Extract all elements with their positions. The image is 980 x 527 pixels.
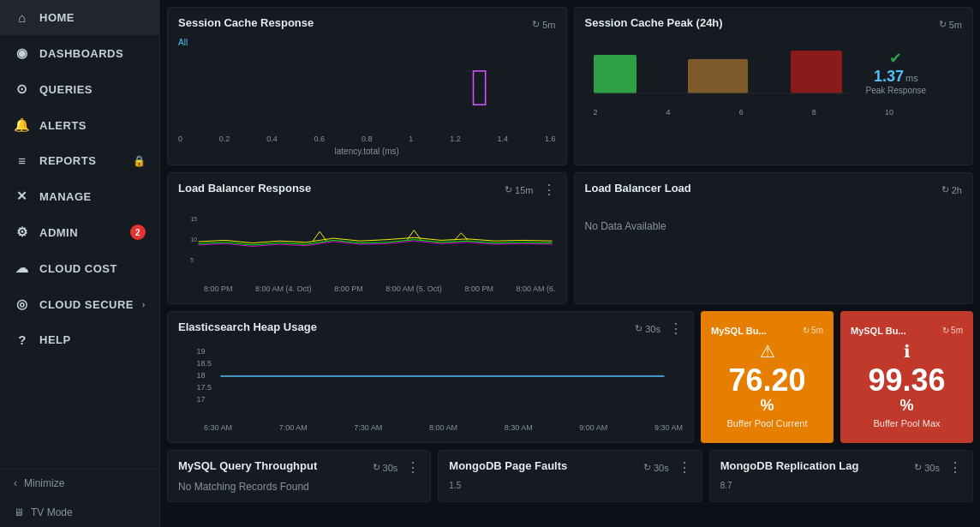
mysql-orange-value: 76.20 <box>728 363 805 398</box>
mongodb-faults-menu-icon[interactable]: ⋮ <box>678 459 691 476</box>
session-cache-svg <box>178 49 556 130</box>
tvmode-label: TV Mode <box>31 506 73 518</box>
mongodb-replication-refresh-icon: ↻ <box>914 462 922 473</box>
peak-unit: ms <box>905 73 918 83</box>
mysql-orange-title: MySQL Bu... <box>711 326 767 336</box>
sidebar-label-cloud-cost: CLOUD COST <box>39 262 117 275</box>
sidebar-label-queries: QUERIES <box>39 83 93 96</box>
sidebar-label-reports: REPORTS <box>39 154 96 167</box>
sidebar-label-dashboards: DASHBOARDS <box>39 47 123 60</box>
sidebar-item-home[interactable]: ⌂ HOME <box>0 0 159 35</box>
tvmode-button[interactable]: 🖥 TV Mode <box>0 498 159 527</box>
mongodb-faults-refresh: ↻ 30s <box>643 462 669 473</box>
session-cache-chart: All 0 0.2 0.4 0.6 0.8 1 1.2 1.4 1.6 <box>178 38 556 156</box>
mysql-query-refresh: ↻ 30s <box>373 462 398 473</box>
sidebar-label-cloud-secure: CLOUD SECURE <box>39 298 134 311</box>
peak-value: 1.37 <box>874 68 904 86</box>
lb-refresh: ↻ 15m <box>505 184 533 195</box>
help-icon: ? <box>14 332 31 347</box>
queries-icon: ⊙ <box>14 81 31 97</box>
mysql-orange-refresh-icon: ↻ <box>803 326 810 335</box>
peak-svg <box>585 38 859 106</box>
es-controls: ↻ 30s ⋮ <box>635 320 683 337</box>
lock-icon: 🔒 <box>133 155 146 167</box>
es-svg: 19 18.5 18 17.5 17 <box>178 342 683 419</box>
svg-text:15: 15 <box>190 216 197 222</box>
mongodb-replication-panel: MongoDB Replication Lag ↻ 30s ⋮ 8.7 <box>709 450 973 502</box>
mysql-red-value-row: 99.36 <box>868 363 945 398</box>
mysql-query-no-data: No Matching Records Found <box>178 481 420 493</box>
session-cache-x-axis: 0 0.2 0.4 0.6 0.8 1 1.2 1.4 1.6 <box>178 133 556 145</box>
lb-load-title: Load Balancer Load <box>585 182 691 195</box>
mongodb-replication-menu-icon[interactable]: ⋮ <box>948 459 962 476</box>
svg-text:18.5: 18.5 <box>197 359 212 368</box>
peak-check-icon: ✔ <box>889 49 902 68</box>
cloud-cost-icon: ☁ <box>14 261 31 276</box>
mysql-red-error-icon: ℹ <box>904 341 911 362</box>
mysql-red-value: 99.36 <box>868 363 945 398</box>
es-chart: 19 18.5 18 17.5 17 6:30 AM 7:00 AM <box>178 342 683 434</box>
session-cache-refresh: ↻ 5m <box>532 19 555 30</box>
es-menu-icon[interactable]: ⋮ <box>669 320 683 337</box>
mysql-orange-warn-icon: ⚠ <box>760 341 775 362</box>
svg-text:17.5: 17.5 <box>197 383 212 392</box>
mysql-red-unit: % <box>899 397 913 415</box>
admin-badge: 2 <box>130 225 146 240</box>
home-icon: ⌂ <box>14 10 31 25</box>
sidebar: ⌂ HOME ◉ DASHBOARDS ⊙ QUERIES 🔔 ALERTS ≡… <box>0 0 160 527</box>
svg-text:18: 18 <box>197 371 206 380</box>
sidebar-label-home: HOME <box>39 11 75 24</box>
lb-chart: 15 10 5 8:00 PM 8:00 AM (4. Oct) 8:00 <box>178 203 556 295</box>
es-title: Elasticsearch Heap Usage <box>178 320 317 333</box>
session-cache-peak-refresh: ↻ 5m <box>939 19 962 30</box>
reports-icon: ≡ <box>14 153 31 168</box>
tv-icon: 🖥 <box>14 506 24 518</box>
lb-menu-icon[interactable]: ⋮ <box>542 182 556 198</box>
svg-rect-4 <box>474 71 486 105</box>
sidebar-item-cloud-cost[interactable]: ☁ CLOUD COST <box>0 250 159 286</box>
sidebar-item-alerts[interactable]: 🔔 ALERTS <box>0 107 159 143</box>
peak-value-area: ✔ 1.37 ms Peak Response <box>866 49 927 95</box>
minimize-label: Minimize <box>24 477 64 489</box>
sidebar-item-dashboards[interactable]: ◉ DASHBOARDS <box>0 35 159 71</box>
session-cache-title: Session Cache Response <box>178 16 314 29</box>
svg-text:17: 17 <box>197 395 206 404</box>
mongodb-replication-title: MongoDB Replication Lag <box>720 459 859 472</box>
svg-rect-6 <box>688 59 748 93</box>
mysql-orange-refresh: ↻ 5m <box>803 326 823 335</box>
session-cache-response-panel: Session Cache Response ↻ 5m All 0 0.2 0.… <box>167 7 567 165</box>
lb-load-refresh-icon: ↻ <box>941 184 949 195</box>
es-refresh: ↻ 30s <box>635 323 660 334</box>
admin-icon: ⚙ <box>14 225 31 240</box>
sidebar-label-manage: MANAGE <box>39 190 92 203</box>
sidebar-item-admin[interactable]: ⚙ ADMIN 2 <box>0 214 159 250</box>
load-balancer-response-panel: Load Balancer Response ↻ 15m ⋮ 15 10 5 <box>167 172 567 304</box>
x-axis-label: latency.total (ms) <box>178 147 556 156</box>
all-label: All <box>178 38 556 47</box>
mysql-query-panel: MySQL Query Throughput ↻ 30s ⋮ No Matchi… <box>167 450 431 502</box>
elasticsearch-panel: Elasticsearch Heap Usage ↻ 30s ⋮ 19 18.5… <box>167 311 694 443</box>
lb-load-refresh: ↻ 2h <box>941 184 962 195</box>
mongodb-faults-panel: MongoDB Page Faults ↻ 30s ⋮ 1.5 <box>438 450 702 502</box>
svg-rect-7 <box>791 51 842 93</box>
sidebar-label-help: HELP <box>39 333 71 346</box>
peak-x-axis: 2 4 6 8 10 <box>585 106 963 118</box>
lb-load-no-data: No Data Available <box>585 203 963 249</box>
sidebar-item-manage[interactable]: ✕ MANAGE <box>0 178 159 214</box>
sidebar-item-help[interactable]: ? HELP <box>0 322 159 357</box>
mysql-query-menu-icon[interactable]: ⋮ <box>406 459 420 476</box>
mongodb-replication-y-start: 8.7 <box>720 481 962 490</box>
mongodb-faults-title: MongoDB Page Faults <box>449 459 567 472</box>
sidebar-item-cloud-secure[interactable]: ◎ CLOUD SECURE › <box>0 286 159 322</box>
refresh-icon: ↻ <box>532 19 540 30</box>
peak-label: Peak Response <box>866 86 927 95</box>
alerts-icon: 🔔 <box>14 117 31 133</box>
es-refresh-icon: ↻ <box>635 323 642 334</box>
mysql-red-refresh: ↻ 5m <box>942 326 963 335</box>
sidebar-item-reports[interactable]: ≡ REPORTS 🔒 <box>0 143 159 178</box>
minimize-button[interactable]: ‹ Minimize <box>0 469 159 498</box>
refresh-icon-2: ↻ <box>939 19 947 30</box>
mysql-red-title: MySQL Bu... <box>851 326 906 336</box>
dashboards-icon: ◉ <box>14 45 31 61</box>
sidebar-item-queries[interactable]: ⊙ QUERIES <box>0 71 159 107</box>
